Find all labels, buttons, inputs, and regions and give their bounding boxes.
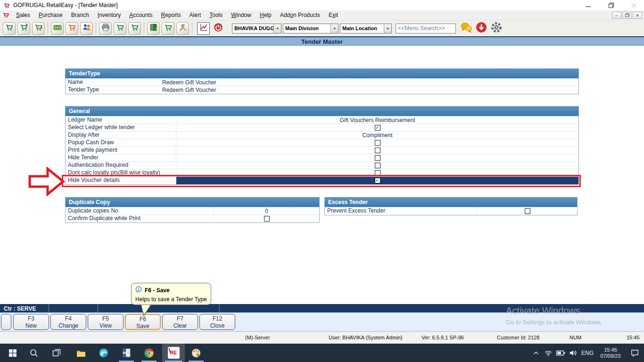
taskbar-edge-icon[interactable] bbox=[93, 344, 114, 362]
menu-item-sales[interactable]: Sales bbox=[12, 10, 34, 20]
taskbar-task-view-icon[interactable] bbox=[46, 344, 67, 362]
row-hide-tender[interactable]: Hide Tender bbox=[66, 154, 578, 162]
purchase-cart-button[interactable] bbox=[66, 22, 78, 35]
sales-cart-button[interactable] bbox=[3, 22, 16, 35]
row-print-while-payment[interactable]: Print while payment bbox=[66, 147, 578, 154]
tools-button[interactable] bbox=[176, 22, 189, 35]
menu-item-alert[interactable]: Alert bbox=[185, 10, 206, 20]
prevent-excess-tender-checkbox[interactable] bbox=[525, 208, 530, 214]
notification-center-icon[interactable] bbox=[625, 344, 644, 362]
chevron-down-icon[interactable]: ▼ bbox=[384, 24, 391, 33]
chevron-up-icon[interactable] bbox=[530, 344, 542, 362]
row-prevent-excess-tender[interactable]: Prevent Excess Tender bbox=[325, 207, 577, 215]
menu-item-help[interactable]: Help bbox=[256, 10, 276, 20]
row-dont-calc-loyalty-pts-bill-wise-loyalty[interactable]: Dont calc loyalty pts(Bill wise loyalty) bbox=[66, 169, 578, 177]
taskbar-file-explorer-icon[interactable] bbox=[71, 344, 91, 362]
row-label: Name bbox=[66, 79, 83, 86]
order-cart-button[interactable] bbox=[128, 22, 141, 35]
location-dropdown[interactable]: Main Location▼ bbox=[340, 24, 392, 33]
row-name[interactable]: NameRedeem Gift Voucher bbox=[66, 79, 578, 86]
taskbar-start-icon[interactable] bbox=[2, 344, 23, 362]
sales-return-cart-button[interactable] bbox=[32, 22, 45, 35]
download-button[interactable] bbox=[475, 22, 488, 35]
chat-button[interactable] bbox=[460, 22, 473, 35]
tooltip: F6 - Save Helps to save a Tender Type bbox=[131, 283, 211, 305]
mdi-restore-button[interactable] bbox=[622, 12, 632, 19]
blank-button[interactable] bbox=[1, 314, 11, 330]
power-button[interactable] bbox=[212, 22, 224, 35]
toolbar-separator bbox=[96, 22, 96, 34]
row-confirm-duplicate-while-print[interactable]: Confirm Duplicate while Print bbox=[66, 215, 319, 222]
f5-view-button[interactable]: F5View bbox=[88, 314, 124, 330]
speaker-icon[interactable] bbox=[567, 344, 579, 362]
hide-voucher-details-checkbox[interactable]: ✓ bbox=[375, 178, 380, 183]
mdi-close-button[interactable]: ✕ bbox=[633, 12, 642, 19]
row-authentication-required[interactable]: Authentication Required bbox=[66, 162, 578, 169]
row-tender-type[interactable]: Tender TypeRedeem Gift Voucher bbox=[66, 86, 578, 94]
dont-calc-loyalty-pts-bill-wise-loyalty-checkbox[interactable] bbox=[375, 170, 380, 176]
receipt-money-button[interactable] bbox=[51, 22, 64, 35]
menu-item-accounts[interactable]: Accounts bbox=[125, 10, 157, 20]
hide-tender-checkbox[interactable] bbox=[375, 155, 380, 161]
chevron-down-icon[interactable]: ▼ bbox=[330, 24, 338, 33]
popup-cash-draw-checkbox[interactable] bbox=[375, 140, 380, 146]
row-display-after[interactable]: Display AfterCompliment bbox=[66, 132, 578, 139]
menu-item-exit[interactable]: Exit bbox=[324, 10, 342, 20]
taskbar-search-icon[interactable] bbox=[24, 344, 44, 362]
stock-cart-button[interactable] bbox=[162, 22, 174, 35]
taskbar-paint-icon[interactable] bbox=[186, 344, 206, 362]
taskbar-retaileasy-icon[interactable]: RE bbox=[162, 344, 185, 362]
row-popup-cash-draw[interactable]: Popup Cash Draw bbox=[66, 139, 578, 147]
row-hide-voucher-details[interactable]: Hide Voucher details✓ bbox=[66, 177, 578, 184]
menu-item-branch[interactable]: Branch bbox=[67, 10, 93, 20]
tender-type-value: Redeem Gift Voucher bbox=[162, 87, 216, 94]
reports-chart-button[interactable] bbox=[197, 22, 210, 35]
mdi-minimize-button[interactable]: – bbox=[612, 12, 621, 19]
battery-icon[interactable] bbox=[554, 344, 567, 362]
taskbar-clock[interactable]: 15:4507/09/23 bbox=[596, 347, 625, 359]
location-dropdown-value: Main Location bbox=[340, 25, 384, 31]
ledger-book-button[interactable] bbox=[147, 22, 160, 35]
menu-item-addon-products[interactable]: Addon Products bbox=[276, 10, 324, 20]
row-duplicate-copies-no[interactable]: Duplicate copies No0 bbox=[66, 207, 319, 215]
wifi-icon[interactable] bbox=[542, 344, 554, 362]
info-icon bbox=[135, 286, 142, 294]
f3-new-button[interactable]: F3New bbox=[13, 314, 49, 330]
menu-item-purchase[interactable]: Purchase bbox=[34, 10, 67, 20]
status-time: 15:45 bbox=[627, 335, 640, 340]
select-ledger-while-tender-checkbox[interactable]: ✓ bbox=[375, 125, 380, 131]
language-indicator[interactable]: ENG bbox=[579, 350, 596, 356]
bill-cart-button[interactable] bbox=[114, 22, 126, 35]
taskbar-chrome-icon[interactable] bbox=[139, 344, 159, 362]
sales-edit-cart-button[interactable] bbox=[17, 22, 30, 35]
fkey-action-label: New bbox=[14, 322, 49, 329]
fkey-action-label: Clear bbox=[163, 322, 198, 329]
chevron-down-icon[interactable]: ▼ bbox=[273, 24, 281, 33]
printer-button[interactable] bbox=[99, 22, 112, 35]
f4-change-button[interactable]: F4Change bbox=[50, 314, 86, 330]
menu-item-tools[interactable]: Tools bbox=[205, 10, 227, 20]
minimize-button[interactable] bbox=[581, 0, 595, 10]
menu-item-inventory[interactable]: Inventory bbox=[93, 10, 125, 20]
toolbar-separator bbox=[144, 22, 144, 34]
download-icon bbox=[476, 22, 487, 35]
customers-button[interactable] bbox=[80, 22, 93, 35]
confirm-duplicate-while-print-checkbox[interactable] bbox=[264, 216, 270, 222]
taskbar-word-icon[interactable]: W bbox=[116, 344, 137, 362]
user-dropdown[interactable]: BHAVIKA DUGGA▼ bbox=[232, 24, 281, 33]
menu-item-reports[interactable]: Reports bbox=[157, 10, 185, 20]
menu-search-input[interactable] bbox=[396, 24, 456, 33]
division-dropdown[interactable]: Main Division▼ bbox=[283, 24, 339, 33]
f12-close-button[interactable]: F12Close bbox=[199, 314, 235, 330]
row-ledger-name[interactable]: Ledger NameGift Vouchers Reimbursement bbox=[66, 116, 578, 124]
print-while-payment-checkbox[interactable] bbox=[375, 148, 380, 153]
system-tray: ENG15:4507/09/23 bbox=[530, 344, 644, 362]
menu-item-window[interactable]: Window bbox=[227, 10, 256, 20]
f7-clear-button[interactable]: F7Clear bbox=[162, 314, 198, 330]
settings-button[interactable] bbox=[490, 22, 503, 35]
sales-return-cart-icon bbox=[34, 23, 43, 34]
row-select-ledger-while-tender[interactable]: Select Ledger while tender✓ bbox=[66, 124, 578, 132]
restore-button[interactable] bbox=[604, 0, 618, 10]
close-button[interactable] bbox=[627, 0, 641, 10]
authentication-required-checkbox[interactable] bbox=[375, 163, 380, 168]
